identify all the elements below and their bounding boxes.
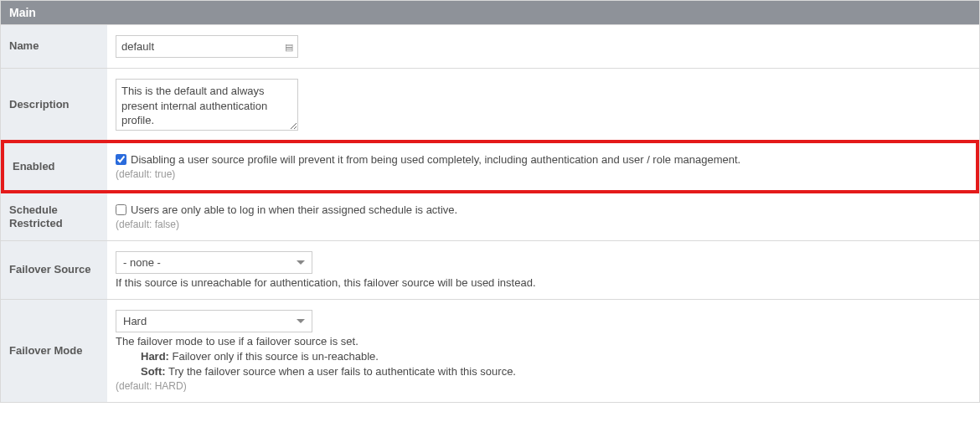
failover-mode-desc: The failover mode to use if a failover s… xyxy=(116,335,971,348)
row-enabled: Enabled Disabling a user source profile … xyxy=(1,140,979,193)
enabled-desc: Disabling a user source profile will pre… xyxy=(131,153,740,166)
soft-label: Soft: xyxy=(141,365,166,378)
main-panel: Main Name ▤ Description This is the defa… xyxy=(0,0,980,403)
label-enabled: Enabled xyxy=(4,143,107,190)
label-schedule-restricted: Schedule Restricted xyxy=(1,193,107,240)
label-description: Description xyxy=(1,69,107,141)
failover-source-desc: If this source is unreachable for authen… xyxy=(116,276,971,289)
label-failover-mode: Failover Mode xyxy=(1,300,107,402)
label-name: Name xyxy=(1,25,107,68)
row-schedule-restricted: Schedule Restricted Users are only able … xyxy=(1,193,979,240)
name-input[interactable] xyxy=(116,35,298,58)
enabled-default: (default: true) xyxy=(116,168,967,180)
row-name: Name ▤ xyxy=(1,24,979,68)
failover-mode-hard-line: Hard: Failover only if this source is un… xyxy=(116,350,971,363)
hard-label: Hard: xyxy=(141,350,169,363)
enabled-checkbox[interactable] xyxy=(116,154,126,165)
schedule-restricted-desc: Users are only able to log in when their… xyxy=(131,203,457,216)
row-failover-source: Failover Source - none - If this source … xyxy=(1,240,979,299)
schedule-restricted-default: (default: false) xyxy=(116,219,971,230)
soft-desc: Try the failover source when a user fail… xyxy=(166,365,516,378)
failover-source-select[interactable]: - none - xyxy=(116,251,312,274)
hard-desc: Failover only if this source is un-reach… xyxy=(169,350,379,363)
label-failover-source: Failover Source xyxy=(1,241,107,299)
row-failover-mode: Failover Mode Hard The failover mode to … xyxy=(1,299,979,402)
row-description: Description This is the default and alwa… xyxy=(1,68,979,141)
failover-mode-soft-line: Soft: Try the failover source when a use… xyxy=(116,365,971,378)
panel-title: Main xyxy=(1,1,979,24)
failover-mode-select[interactable]: Hard xyxy=(116,310,312,332)
description-textarea[interactable]: This is the default and always present i… xyxy=(116,79,298,131)
schedule-restricted-checkbox[interactable] xyxy=(116,204,126,215)
failover-mode-default: (default: HARD) xyxy=(116,380,971,392)
